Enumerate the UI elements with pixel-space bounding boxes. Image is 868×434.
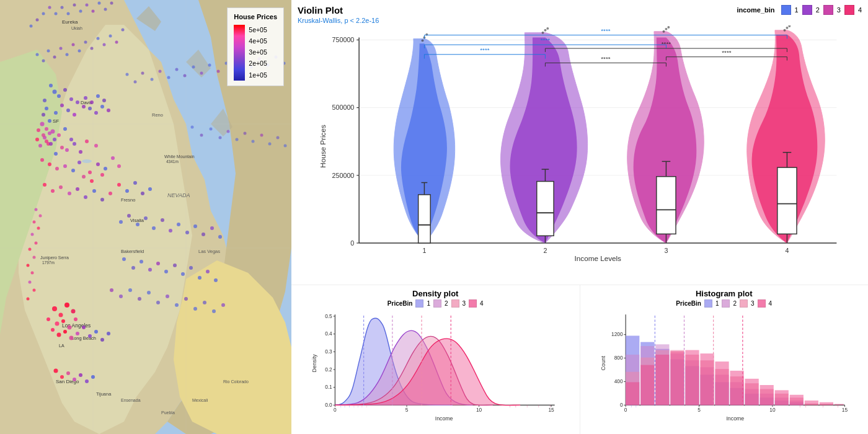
svg-rect-422 [789,395,803,405]
svg-point-81 [84,195,87,199]
violin-y-label: House Prices [319,125,327,168]
svg-point-170 [36,19,39,22]
svg-point-77 [51,189,55,193]
svg-rect-394 [685,350,699,405]
svg-point-162 [84,41,87,44]
svg-point-209 [102,99,106,102]
svg-text:5: 5 [698,407,701,414]
svg-point-83 [100,198,104,202]
svg-point-47 [73,113,76,117]
svg-point-126 [156,262,160,265]
legend-label-5: 5e+05 [249,25,267,35]
svg-point-239 [236,138,239,141]
svg-point-142 [119,294,123,298]
svg-point-169 [30,25,33,28]
svg-text:Tijuana: Tijuana [96,391,112,397]
svg-point-165 [103,43,106,46]
svg-point-121 [218,235,222,239]
svg-rect-382 [640,365,654,405]
svg-point-135 [60,375,64,379]
svg-point-193 [29,281,32,284]
svg-point-195 [27,298,30,301]
svg-point-196 [40,122,45,126]
svg-point-141 [110,288,113,292]
legend-label-2: 2e+05 [249,58,267,69]
svg-text:0.5: 0.5 [325,313,332,319]
svg-point-197 [45,127,48,131]
svg-point-56 [54,152,58,156]
density-panel: Density plot PriceBin 1 2 3 4 0.0 0.1 0.… [291,285,580,434]
svg-point-43 [48,119,51,123]
svg-point-205 [53,138,56,141]
map-legend: House Prices 5e+05 4e+05 3e+05 2e+05 1e+… [227,7,284,86]
svg-point-293 [784,29,786,32]
svg-point-190 [33,256,36,259]
svg-point-94 [46,317,50,321]
svg-text:Long Beach: Long Beach [71,335,96,341]
svg-point-161 [78,50,81,53]
svg-point-70 [104,167,107,170]
svg-point-181 [104,8,107,11]
svg-point-80 [76,187,79,191]
svg-rect-418 [774,390,788,405]
svg-point-82 [92,189,96,193]
density-x-label: Income [435,415,453,422]
svg-point-64 [55,167,59,170]
density-chart: 0.0 0.1 0.2 0.3 0.4 0.5 Density 0 5 10 [296,309,575,423]
svg-text:****: **** [601,55,610,62]
svg-rect-378 [626,382,639,405]
svg-point-278 [546,27,549,30]
svg-point-92 [64,303,69,308]
svg-text:15: 15 [841,407,848,414]
svg-point-182 [110,2,113,5]
svg-text:****: **** [722,49,731,56]
density-title: Density plot [296,289,575,298]
violin-legend-swatch-3 [823,5,833,15]
svg-text:750000: 750000 [332,36,355,43]
svg-point-100 [57,333,61,337]
svg-point-90 [52,306,57,311]
svg-point-178 [86,4,89,7]
svg-text:White Mountain: White Mountain [164,154,195,159]
svg-text:0: 0 [350,239,354,247]
svg-point-194 [33,289,36,292]
svg-point-129 [181,272,185,276]
svg-point-124 [140,260,143,264]
svg-point-276 [544,29,546,32]
svg-point-96 [61,319,65,323]
svg-point-38 [49,84,53,87]
histogram-y-label: Count [600,356,606,371]
svg-point-132 [206,270,210,273]
violin-chart: 0 250000 500000 750000 House Prices Inco… [298,25,862,267]
svg-point-123 [131,266,135,270]
svg-point-212 [100,105,104,108]
svg-text:5: 5 [405,407,409,414]
svg-point-177 [79,10,82,13]
svg-point-219 [167,76,170,79]
svg-text:800: 800 [614,355,622,361]
svg-point-153 [221,303,225,307]
svg-point-102 [69,336,74,340]
svg-point-140 [91,375,95,379]
svg-point-204 [49,142,53,146]
svg-point-203 [38,144,42,148]
svg-point-131 [198,276,202,280]
svg-point-51 [57,133,61,137]
violin-x-label: Income Levels [575,254,622,262]
svg-point-105 [88,334,92,338]
svg-point-107 [100,338,104,342]
svg-point-159 [66,53,69,56]
svg-point-136 [66,371,70,375]
svg-point-74 [90,179,94,183]
histogram-label-3: 3 [751,300,755,307]
density-label-1: 1 [427,300,430,307]
svg-point-208 [96,94,100,98]
svg-point-99 [51,328,55,332]
svg-point-44 [42,113,45,117]
svg-point-65 [63,164,67,168]
svg-point-146 [156,301,160,304]
svg-point-245 [284,144,287,148]
svg-point-87 [133,181,137,185]
svg-point-225 [217,70,220,73]
svg-text:0.1: 0.1 [325,384,332,391]
